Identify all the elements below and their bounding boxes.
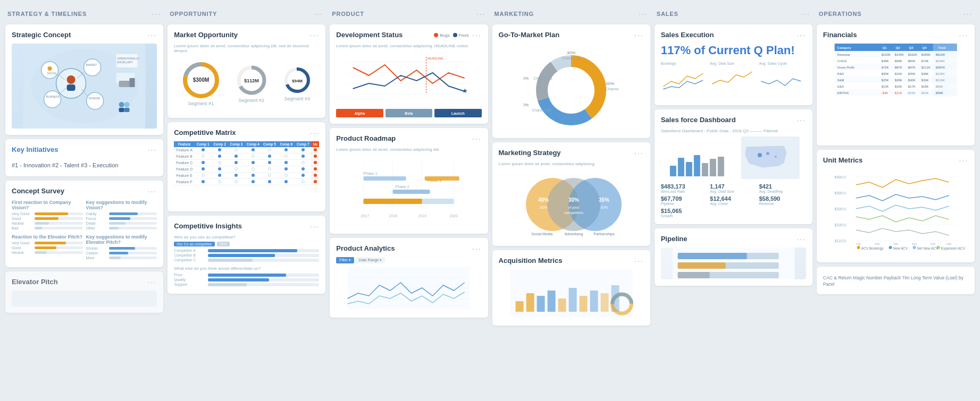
svg-text:Q2: Q2: [895, 46, 900, 49]
svg-text:$22K: $22K: [921, 91, 928, 95]
svg-text:Advertising: Advertising: [565, 232, 583, 236]
card-menu-competitive-insights[interactable]: ···: [310, 222, 320, 231]
card-menu-go-to-market[interactable]: ···: [634, 31, 644, 39]
card-menu-sales-execution[interactable]: ···: [797, 31, 806, 39]
svg-text:2019: 2019: [418, 214, 427, 218]
sf-stat-label-7: Growth: [661, 214, 708, 218]
unit-metrics-chart: $400.0 $300.0 $200.0 $100.0 $110.0: [823, 169, 968, 254]
survey-section-3: Reaction to the Elevator Pitch? Very Goo…: [12, 234, 83, 261]
svg-rect-178: [933, 44, 957, 97]
dev-status-desc: Lorem ipsum dolor sit amet, consectetur …: [336, 44, 481, 48]
card-menu-unit-metrics[interactable]: ···: [959, 156, 968, 165]
svg-text:$300M: $300M: [192, 77, 209, 83]
competitive-insights-q1: Who do you see as competitive?: [174, 235, 319, 240]
svg-text:40%: 40%: [523, 76, 529, 81]
pa-filter-tag[interactable]: Filter ▾: [336, 257, 354, 263]
matrix-header-c7: Comp 7: [295, 141, 311, 147]
card-menu-financials[interactable]: ···: [959, 31, 968, 39]
sales-exec-charts: Bookings Avg. Deal Size Avg. Sales Cycle: [661, 62, 806, 99]
marketing-strategy-desc: Lorem ipsum dolor sit amet, consectetur …: [499, 161, 644, 166]
matrix-row: Feature D: [174, 166, 319, 173]
card-menu-market-opportunity[interactable]: ···: [310, 31, 320, 39]
sf-stat-num-3: $421: [759, 183, 806, 190]
column-menu-strategy[interactable]: ···: [152, 10, 162, 18]
svg-text:SOCIAL: SOCIAL: [47, 72, 57, 75]
svg-rect-108: [701, 163, 708, 176]
svg-text:ACV Bookings: ACV Bookings: [861, 246, 884, 251]
card-title-competitive-matrix: Competitive Matrix: [174, 129, 236, 136]
svg-text:$18K: $18K: [921, 85, 928, 88]
card-menu-product-roadmap[interactable]: ···: [472, 134, 482, 143]
key-initiatives-text: #1 - Innovation #2 - Talent #3 - Executi…: [12, 161, 157, 170]
svg-text:$400.0: $400.0: [834, 175, 846, 179]
card-menu-product-analytics[interactable]: ···: [472, 244, 482, 253]
card-menu-competitive-matrix[interactable]: ···: [310, 129, 320, 137]
matrix-row: Feature F: [174, 179, 319, 185]
sf-dashboard-content: [661, 136, 806, 181]
card-menu-marketing-strategy[interactable]: ···: [634, 149, 644, 157]
svg-text:3qk: 3qk: [893, 242, 899, 245]
svg-rect-107: [693, 155, 700, 176]
card-menu-concept-survey[interactable]: ···: [148, 187, 157, 195]
svg-text:★: ★: [462, 87, 468, 95]
venn-diagram: 40% 30% 30% of your competitors 35% 30% …: [513, 173, 630, 236]
sf-stat-num-6: $58,590: [759, 195, 806, 202]
phase-launch-label: Launch: [451, 112, 465, 115]
svg-text:2qk: 2qk: [874, 242, 880, 245]
column-menu-marketing[interactable]: ···: [639, 10, 648, 18]
cac-return-text: CAC & Return Magic Number Payback Tim Lo…: [823, 275, 968, 288]
svg-rect-109: [709, 159, 716, 176]
svg-rect-54: [425, 176, 459, 181]
card-marketing-strategy: Marketing Strategy ··· Lorem ipsum dolor…: [492, 142, 650, 246]
card-menu-key-initiatives[interactable]: ···: [148, 146, 157, 154]
sf-stat-4: $67,709 Pipeline: [661, 195, 708, 206]
svg-text:HEADLINE: HEADLINE: [428, 57, 443, 60]
svg-text:$162K: $162K: [908, 53, 917, 56]
card-menu-elevator-pitch[interactable]: ···: [148, 278, 157, 286]
card-menu-strategic-concept[interactable]: ···: [148, 31, 157, 39]
pie-chart-3: $94M: [283, 66, 311, 94]
svg-text:$28K: $28K: [894, 79, 902, 82]
svg-text:of your: of your: [568, 206, 580, 210]
column-strategy: STRATEGY & TIMELINES ··· Strategic Conce…: [5, 5, 163, 396]
matrix-header-c1: Comp 1: [195, 141, 211, 147]
svg-text:$48K: $48K: [881, 59, 889, 63]
card-salesforce-dashboard: Sales force Dashboard ··· Salesforce Das…: [655, 109, 813, 224]
concept-survey-content: First reaction to Company Vision? Very G…: [12, 200, 157, 261]
pie-label-2: Segment #2: [238, 98, 264, 103]
card-menu-pipeline[interactable]: ···: [797, 235, 806, 243]
svg-text:$110.0: $110.0: [834, 239, 846, 243]
svg-point-113: [766, 152, 769, 155]
svg-text:Revenue: Revenue: [837, 53, 850, 56]
legend-bugs-label: Bugs: [440, 33, 449, 38]
column-menu-product[interactable]: ···: [476, 10, 486, 18]
ci-tag-other: 25%: [217, 242, 230, 246]
svg-text:$111K: $111K: [921, 66, 930, 69]
column-menu-operations[interactable]: ···: [963, 10, 973, 18]
svg-text:2020: 2020: [450, 214, 458, 218]
survey-section-2: Key suggestions to modify Vision? Clarit…: [86, 200, 157, 231]
svg-rect-56: [364, 199, 422, 204]
svg-rect-94: [537, 296, 545, 312]
card-menu-acquisition-metrics[interactable]: ···: [634, 257, 644, 265]
svg-text:Phase 2: Phase 2: [396, 185, 409, 189]
matrix-header-feature: Feature: [174, 141, 195, 147]
pa-date-tag[interactable]: Date Range ▾: [356, 257, 385, 263]
svg-text:$87K: $87K: [894, 66, 902, 69]
survey-bar-label: More: [86, 256, 107, 260]
svg-text:2018: 2018: [389, 214, 398, 218]
sales-label-1: Bookings: [661, 62, 708, 65]
sf-bar-svg: [661, 136, 732, 179]
svg-text:competitors: competitors: [564, 211, 584, 215]
card-menu-salesforce-dashboard[interactable]: ···: [797, 116, 806, 124]
column-menu-sales[interactable]: ···: [801, 10, 810, 18]
survey-bar-label: Neutral: [12, 251, 33, 254]
matrix-row: Feature B: [174, 153, 319, 160]
sf-stat-num-2: 1,147: [710, 183, 757, 190]
legend-fixes: Fixes: [453, 33, 469, 38]
column-menu-opportunity[interactable]: ···: [314, 10, 324, 18]
sf-map-svg: [735, 136, 806, 179]
card-menu-development-status[interactable]: ···: [472, 31, 482, 39]
survey-bar-label: Very Good: [12, 212, 33, 216]
financials-content: Category Q1 Q2 Q3 Q4 Total Revenue $120K…: [823, 44, 968, 139]
